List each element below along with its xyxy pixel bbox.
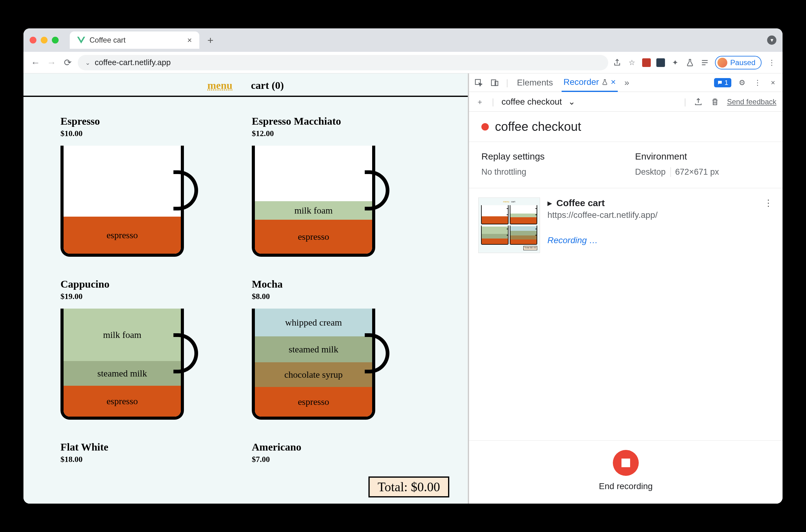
extensions-puzzle-icon[interactable]: ✦ [671, 58, 680, 67]
coffee-layer: whipped cream [255, 309, 372, 336]
profile-paused-chip[interactable]: Paused [715, 56, 762, 70]
product-price: $18.00 [60, 455, 239, 464]
coffee-layer: espresso [63, 386, 181, 417]
close-tab-button[interactable]: × [187, 36, 192, 45]
cup-handle [173, 333, 198, 374]
product-card[interactable]: Espresso$10.00espresso [60, 115, 239, 263]
product-card[interactable]: Espresso Macchiato$12.00milk foamespress… [252, 115, 431, 263]
tab-elements[interactable]: Elements [515, 74, 555, 91]
extension-icon[interactable] [656, 58, 665, 67]
chevron-down-icon: ⌄ [568, 97, 575, 107]
recorder-toolbar: ＋ | coffee checkout ⌄ | Send feedback [469, 92, 783, 112]
product-grid: Espresso$10.00espressoEspresso Macchiato… [23, 97, 468, 482]
product-name: Flat White [60, 441, 239, 453]
paused-label: Paused [730, 58, 755, 67]
recording-dot-icon [481, 123, 489, 131]
end-recording-button[interactable] [613, 450, 639, 476]
share-icon[interactable] [613, 58, 622, 67]
settings-gear-icon[interactable]: ⚙ [737, 78, 747, 87]
environment-heading: Environment [635, 151, 770, 162]
inspect-element-icon[interactable] [474, 78, 483, 87]
site-info-icon[interactable]: ⌄ [85, 59, 91, 66]
browser-window: Coffee cart × + ▾ ← → ⟳ ⌄ coffee-cart.ne… [23, 28, 783, 504]
reload-button[interactable]: ⟳ [62, 57, 73, 68]
coffee-layer: espresso [63, 216, 181, 254]
new-tab-button[interactable]: + [204, 34, 217, 46]
export-icon[interactable] [694, 97, 703, 107]
cart-total[interactable]: Total: $0.00 [368, 476, 449, 497]
labs-flask-icon[interactable] [685, 58, 695, 67]
product-name: Mocha [252, 278, 431, 290]
url-input[interactable]: ⌄ coffee-cart.netlify.app [78, 55, 608, 70]
tab-search-button[interactable]: ▾ [767, 36, 776, 45]
back-button[interactable]: ← [30, 57, 41, 68]
environment-device: Desktop [635, 167, 666, 177]
coffee-cup[interactable]: espresso [60, 146, 196, 263]
recorder-footer: End recording [469, 440, 783, 504]
end-recording-label: End recording [599, 481, 653, 491]
extension-icon[interactable] [642, 58, 651, 67]
bookmark-star-icon[interactable]: ☆ [627, 58, 637, 67]
coffee-cup[interactable]: milk foamsteamed milkespresso [60, 309, 196, 426]
product-price: $10.00 [60, 129, 239, 138]
product-card[interactable]: Cappucino$19.00milk foamsteamed milkespr… [60, 278, 239, 426]
delete-icon[interactable] [710, 97, 719, 107]
tab-recorder[interactable]: Recorder × [562, 73, 618, 92]
coffee-layer: milk foam [63, 309, 181, 361]
cup-handle [365, 170, 389, 210]
kebab-menu-icon[interactable]: ⋮ [767, 58, 776, 67]
coffee-layer: steamed milk [63, 361, 181, 386]
product-card[interactable]: Mocha$8.00whipped creamsteamed milkchoco… [252, 278, 431, 426]
maximize-window-button[interactable] [52, 37, 59, 43]
product-name: Cappucino [60, 278, 239, 290]
tab-strip: Coffee cart × + ▾ [23, 28, 783, 52]
console-issues-badge[interactable]: 1 [714, 78, 731, 87]
recording-select[interactable]: coffee checkout ⌄ [501, 97, 676, 107]
content-row: menu cart (0) Espresso$10.00espressoEspr… [23, 73, 783, 504]
nav-cart-link[interactable]: cart (0) [251, 80, 284, 91]
replay-settings[interactable]: Replay settings No throttling [481, 151, 616, 177]
send-feedback-link[interactable]: Send feedback [727, 97, 776, 106]
product-name: Espresso [60, 115, 239, 127]
devtools-tabbar: | Elements Recorder × » 1 ⚙ ⋮ × [469, 73, 783, 92]
coffee-cup[interactable]: whipped creamsteamed milkchocolate syrup… [252, 309, 388, 426]
replay-settings-heading: Replay settings [481, 151, 616, 162]
recorder-settings: Replay settings No throttling Environmen… [469, 142, 783, 188]
new-recording-button[interactable]: ＋ [475, 97, 484, 107]
coffee-cup[interactable]: milk foamespresso [252, 146, 388, 263]
product-price: $12.00 [252, 129, 431, 138]
step-url: https://coffee-cart.netlify.app/ [548, 210, 773, 220]
more-tabs-icon[interactable]: » [625, 78, 630, 88]
close-devtools-icon[interactable]: × [768, 78, 778, 87]
step-menu-icon[interactable]: ⋮ [764, 198, 773, 208]
product-price: $7.00 [252, 455, 431, 464]
browser-tab[interactable]: Coffee cart × [70, 32, 199, 49]
minimize-window-button[interactable] [41, 37, 47, 43]
close-panel-icon[interactable]: × [611, 77, 616, 87]
kebab-menu-icon[interactable]: ⋮ [753, 78, 762, 87]
product-card[interactable]: Flat White$18.00 [60, 441, 239, 464]
expand-arrow-icon[interactable]: ▸ [548, 197, 552, 208]
tab-title: Coffee cart [90, 36, 126, 44]
vue-icon [77, 37, 85, 43]
coffee-layer: espresso [255, 220, 372, 254]
recording-indicator: Recording … [548, 235, 773, 245]
forward-button[interactable]: → [46, 57, 57, 68]
page-viewport: menu cart (0) Espresso$10.00espressoEspr… [23, 73, 468, 504]
step-title: Coffee cart [556, 198, 605, 208]
product-card[interactable]: Americano$7.00 [252, 441, 431, 464]
coffee-layer: steamed milk [255, 336, 372, 362]
window-controls [30, 37, 59, 43]
environment-settings[interactable]: Environment Desktop 672×671 px [635, 151, 770, 177]
recording-step: menucart Total:$0.00 ▸ Coffee cart ⋮ htt… [469, 188, 783, 262]
coffee-layer: chocolate syrup [255, 362, 372, 387]
close-window-button[interactable] [30, 37, 36, 43]
avatar-icon [717, 58, 727, 68]
reading-list-icon[interactable] [700, 58, 709, 67]
product-name: Americano [252, 441, 431, 453]
device-toggle-icon[interactable] [490, 78, 499, 87]
recording-select-label: coffee checkout [501, 97, 562, 107]
cup-handle [173, 170, 198, 210]
coffee-layer: espresso [255, 387, 372, 417]
nav-menu-link[interactable]: menu [207, 80, 232, 91]
